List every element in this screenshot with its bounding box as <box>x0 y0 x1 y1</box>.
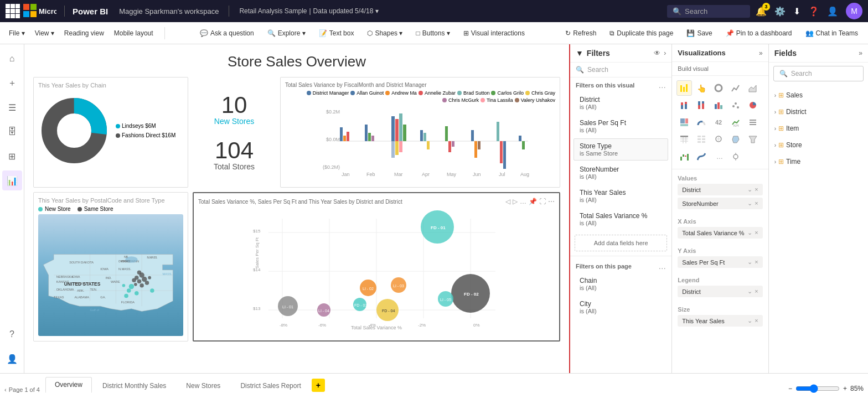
waffle-menu-icon[interactable] <box>6 4 20 18</box>
workspace-label[interactable]: Maggie Sparkman's workspace <box>119 7 219 15</box>
explore-btn[interactable]: 🔍 Explore ▾ <box>262 27 311 39</box>
values-field-storenumber[interactable]: StoreNumber ⌄ × <box>678 198 762 209</box>
viz-gauge[interactable] <box>694 115 709 130</box>
prev-page-icon[interactable]: ‹ <box>4 386 7 393</box>
viz-line-chart[interactable] <box>728 80 743 96</box>
field-group-time-header[interactable]: › ⊞ Time <box>773 156 864 168</box>
filter-storenumber[interactable]: StoreNumber is (All) <box>574 162 668 184</box>
page-filters-more-icon[interactable]: … <box>658 262 666 271</box>
map-chart[interactable]: This Year Sales by PostalCode and Store … <box>33 192 188 342</box>
nav-report-icon[interactable]: 📊 <box>2 170 22 190</box>
download-icon[interactable]: ⬇ <box>793 6 800 17</box>
field-group-district[interactable]: › ⊞ District <box>769 104 868 120</box>
view-menu[interactable]: View ▾ <box>30 27 59 39</box>
nav-home-icon[interactable]: ⌂ <box>2 49 22 69</box>
nav-data-icon[interactable]: 🗄 <box>2 122 22 142</box>
field-group-district-header[interactable]: › ⊞ District <box>773 106 864 118</box>
size-chevron-icon[interactable]: ⌄ <box>747 317 752 324</box>
help-question-icon[interactable]: ❓ <box>808 6 819 17</box>
viz-table[interactable] <box>676 132 692 147</box>
filter-eye-icon[interactable]: 👁 <box>654 49 660 57</box>
viz-kpi[interactable]: KPI <box>728 115 743 130</box>
xaxis-close-icon[interactable]: × <box>755 229 758 236</box>
y-axis-field[interactable]: Sales Per Sq Ft ⌄ × <box>678 256 762 268</box>
viz-filled-map[interactable] <box>728 132 743 147</box>
field-group-time[interactable]: › ⊞ Time <box>769 153 868 170</box>
fields-search-box[interactable]: 🔍 Search <box>773 66 864 81</box>
viz-treemap[interactable] <box>676 115 692 130</box>
field-group-item-header[interactable]: › ⊞ Item <box>773 122 864 135</box>
donut-chart[interactable]: This Year Sales by Chain Lindseys $6M <box>33 77 188 188</box>
field-close-icon[interactable]: × <box>755 186 758 193</box>
avatar-icon[interactable]: M <box>846 3 862 19</box>
viz-card[interactable]: 42 <box>711 115 726 130</box>
bubble-pin-icon[interactable]: 📌 <box>529 198 537 205</box>
legend-field[interactable]: District ⌄ × <box>678 286 762 297</box>
mobile-layout-btn[interactable]: Mobile layout <box>110 27 158 39</box>
nav-learn-icon[interactable]: ? <box>2 324 22 344</box>
viz-custom[interactable]: … <box>711 149 726 164</box>
notification-bell-icon[interactable]: 🔔 3 <box>756 6 767 17</box>
settings-gear-icon[interactable]: ⚙️ <box>774 6 786 17</box>
save-btn[interactable]: 💾 Save <box>681 27 717 39</box>
size-field[interactable]: This Year Sales ⌄ × <box>678 315 762 327</box>
bubble-forward-icon[interactable]: ▷ <box>513 198 518 205</box>
nav-create-icon[interactable]: ＋ <box>2 73 22 93</box>
filter-search-box[interactable]: 🔍 Search <box>570 63 671 77</box>
zoom-in-icon[interactable]: + <box>843 385 847 392</box>
field-group-item[interactable]: › ⊞ Item <box>769 120 868 137</box>
filter-sales-sqft[interactable]: Sales Per Sq Ft is (All) <box>574 115 668 137</box>
field-chevron-icon-2[interactable]: ⌄ <box>747 200 752 207</box>
viz-hand-pointer[interactable]: 👆 <box>694 80 709 96</box>
filter-store-type[interactable]: Store Type is Same Store <box>574 138 668 161</box>
global-search-box[interactable]: 🔍 Search <box>667 5 750 18</box>
bubble-more-icon[interactable]: ⋯ <box>548 198 555 205</box>
yaxis-chevron-icon[interactable]: ⌄ <box>747 258 752 266</box>
tab-district-sales-report[interactable]: District Sales Report <box>231 378 310 393</box>
filter-arrow-icon[interactable]: › <box>664 49 666 57</box>
viz-scatter[interactable] <box>728 97 743 113</box>
filter-chain[interactable]: Chain is (All) <box>574 273 668 295</box>
add-data-fields-btn[interactable]: Add data fields here <box>575 235 667 251</box>
bubble-ellipsis-icon[interactable]: … <box>520 198 526 205</box>
file-menu[interactable]: File ▾ <box>4 27 29 39</box>
viz-expand-icon[interactable]: » <box>759 49 763 57</box>
visual-interactions-btn[interactable]: ⊞ Visual interactions <box>458 27 530 39</box>
viz-waterfall[interactable] <box>676 149 692 164</box>
viz-ribbon[interactable] <box>694 149 709 164</box>
field-chevron-icon[interactable]: ⌄ <box>747 186 752 193</box>
x-axis-field[interactable]: Total Sales Variance % ⌄ × <box>678 227 762 239</box>
pin-dashboard-btn[interactable]: 📌 Pin to a dashboard <box>720 27 798 39</box>
viz-bar-clustered[interactable] <box>676 80 692 96</box>
viz-funnel[interactable] <box>745 132 761 147</box>
legend-close-icon[interactable]: × <box>755 288 758 295</box>
viz-clustered-col[interactable] <box>711 97 726 113</box>
nav-workspace-icon[interactable]: ⊞ <box>2 146 22 166</box>
filter-city[interactable]: City is (All) <box>574 296 668 318</box>
zoom-slider[interactable] <box>795 384 840 393</box>
duplicate-page-btn[interactable]: ⧉ Duplicate this page <box>604 27 679 39</box>
xaxis-chevron-icon[interactable]: ⌄ <box>747 229 752 236</box>
add-tab-button[interactable]: + <box>312 379 325 392</box>
user-profile-icon[interactable]: 👤 <box>827 6 838 17</box>
fields-expand-icon[interactable]: » <box>859 49 862 57</box>
filter-total-variance[interactable]: Total Sales Variance % is (All) <box>574 208 668 230</box>
ask-question-btn[interactable]: 💬 Ask a question <box>194 27 260 39</box>
viz-slicer[interactable] <box>745 115 761 130</box>
viz-map[interactable] <box>711 132 726 147</box>
bubble-expand-icon[interactable]: ⛶ <box>539 198 546 205</box>
textbox-btn[interactable]: 📝 Text box <box>313 27 360 39</box>
bar-chart[interactable]: Total Sales Variance by FiscalMonth and … <box>280 77 560 188</box>
filter-district[interactable]: District is (All) <box>574 92 668 114</box>
values-field-district[interactable]: District ⌄ × <box>678 184 762 195</box>
tab-overview[interactable]: Overview <box>45 377 92 393</box>
chevron-down-icon[interactable]: ▾ <box>375 7 379 15</box>
viz-area-chart[interactable] <box>745 80 761 96</box>
zoom-out-icon[interactable]: − <box>788 385 792 392</box>
viz-pie[interactable] <box>745 97 761 113</box>
viz-matrix[interactable] <box>694 132 709 147</box>
nav-browse-icon[interactable]: ☰ <box>2 97 22 117</box>
viz-stacked-bar[interactable] <box>676 97 692 113</box>
yaxis-close-icon[interactable]: × <box>755 258 758 266</box>
refresh-btn[interactable]: ↻ Refresh <box>560 27 602 39</box>
